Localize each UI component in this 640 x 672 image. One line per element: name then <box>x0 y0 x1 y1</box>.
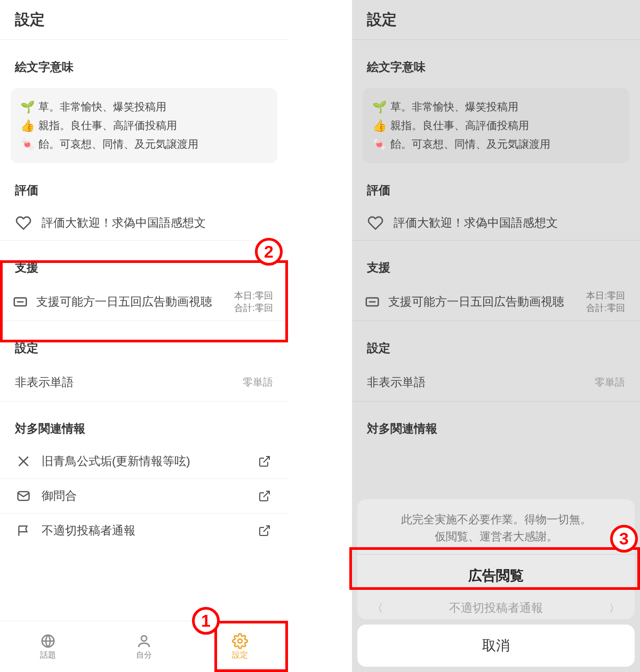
action-sheet-card: 此完全実施不必要作業。得物一切無。 仮閲覧、運営者大感謝。 広告閲覧 〈 不適切… <box>357 499 635 619</box>
x-icon <box>15 453 32 470</box>
support-total: 合計:零回 <box>234 302 273 314</box>
cancel-button[interactable]: 取消 <box>357 625 635 667</box>
hidden-words-count: 零単語 <box>243 375 273 389</box>
emoji-desc: 親指。良仕事、高評価投稿用 <box>390 118 529 133</box>
emoji-meanings-card: 🌱 草。非常愉快、爆笑投稿用 👍 親指。良仕事、高評価投稿用 🍬 飴。可哀想、同… <box>11 88 277 163</box>
support-total: 合計:零回 <box>586 302 625 314</box>
thumbsup-emoji: 👍 <box>372 119 390 133</box>
related-section-title: 対多関連情報 <box>352 402 640 444</box>
settings-screen-right-with-sheet: 設定 絵文字意味 🌱 草。非常愉快、爆笑投稿用 👍 親指。良仕事、高評価投稿用 … <box>352 0 640 672</box>
contact-row[interactable]: 御問合 <box>0 479 288 514</box>
sheet-msg-line2: 仮閲覧、運営者大感謝。 <box>373 528 619 545</box>
report-row[interactable]: 不適切投稿者通報 <box>0 514 288 548</box>
flag-icon <box>15 522 32 539</box>
truncated-report-text: 不適切投稿者通報 <box>449 600 543 616</box>
rating-row[interactable]: 評価大歓迎！求偽中国語感想文 <box>352 206 640 241</box>
emoji-desc: 草。非常愉快、爆笑投稿用 <box>390 100 518 114</box>
support-today: 本日:零回 <box>586 290 625 302</box>
support-section-title: 支援 <box>352 241 640 283</box>
settings-section-title: 設定 <box>0 321 288 364</box>
sheet-msg-line1: 此完全実施不必要作業。得物一切無。 <box>373 511 619 528</box>
emoji-meanings-card: 🌱 草。非常愉快、爆笑投稿用 👍 親指。良仕事、高評価投稿用 🍬 飴。可哀想、同… <box>363 88 629 163</box>
nav-settings[interactable]: 設定 <box>192 621 288 672</box>
emoji-row: 👍 親指。良仕事、高評価投稿用 <box>20 116 268 135</box>
hidden-words-count: 零単語 <box>595 375 625 389</box>
emoji-row: 👍 親指。良仕事、高評価投稿用 <box>372 116 620 135</box>
rating-section-title: 評価 <box>0 163 288 206</box>
contact-text: 御問合 <box>42 488 246 504</box>
settings-screen-left: 設定 絵文字意味 🌱 草。非常愉快、爆笑投稿用 👍 親指。良仕事、高評価投稿用 … <box>0 0 288 672</box>
heart-icon <box>15 214 32 231</box>
emoji-desc: 飴。可哀想、同情、及元気譲渡用 <box>38 137 198 151</box>
page-title: 設定 <box>352 0 640 40</box>
rating-row[interactable]: 評価大歓迎！求偽中国語感想文 <box>0 206 288 241</box>
emoji-desc: 飴。可哀想、同情、及元気譲渡用 <box>390 137 550 151</box>
candy-emoji: 🍬 <box>372 138 390 151</box>
nav-self-label: 自分 <box>136 650 152 660</box>
hidden-words-row[interactable]: 非表示単語 零単語 <box>352 364 640 402</box>
settings-section-title: 設定 <box>352 321 640 364</box>
svg-line-7 <box>263 526 269 532</box>
mail-icon <box>15 487 32 505</box>
heart-icon <box>367 214 384 231</box>
support-row[interactable]: 支援可能方一日五回広告動画視聴 本日:零回 合計:零回 <box>352 283 640 321</box>
rating-text: 評価大歓迎！求偽中国語感想文 <box>394 215 625 231</box>
emoji-desc: 親指。良仕事、高評価投稿用 <box>38 118 177 133</box>
rating-text: 評価大歓迎！求偽中国語感想文 <box>42 215 273 231</box>
hidden-words-row[interactable]: 非表示単語 零単語 <box>0 364 288 402</box>
svg-line-4 <box>263 457 269 462</box>
nav-settings-label: 設定 <box>232 650 248 660</box>
seedling-emoji: 🌱 <box>20 100 38 114</box>
emoji-section-title: 絵文字意味 <box>0 40 288 83</box>
external-link-icon <box>256 522 273 539</box>
report-text: 不適切投稿者通報 <box>42 523 246 539</box>
video-ad-icon <box>364 293 381 310</box>
nav-topics-label: 話題 <box>40 650 56 660</box>
support-text: 支援可能方一日五回広告動画視聴 <box>36 294 227 310</box>
emoji-row: 🌱 草。非常愉快、爆笑投稿用 <box>20 98 268 116</box>
emoji-row: 🍬 飴。可哀想、同情、及元気譲渡用 <box>20 135 268 154</box>
support-section-title: 支援 <box>0 241 288 283</box>
emoji-section-title: 絵文字意味 <box>352 40 640 83</box>
nav-self[interactable]: 自分 <box>96 621 192 672</box>
thumbsup-emoji: 👍 <box>20 119 38 133</box>
hidden-words-label: 非表示単語 <box>367 374 426 390</box>
emoji-desc: 草。非常愉快、爆笑投稿用 <box>38 100 166 114</box>
related-section-title: 対多関連情報 <box>0 402 288 444</box>
action-sheet-message: 此完全実施不必要作業。得物一切無。 仮閲覧、運営者大感謝。 <box>357 499 635 554</box>
pane-gap <box>288 0 352 672</box>
support-meta: 本日:零回 合計:零回 <box>586 290 625 314</box>
twitter-link-text: 旧青鳥公式垢(更新情報等呟) <box>42 453 246 469</box>
candy-emoji: 🍬 <box>20 138 38 151</box>
view-ad-button[interactable]: 広告閲覧 <box>357 554 635 597</box>
emoji-row: 🌱 草。非常愉快、爆笑投稿用 <box>372 98 620 116</box>
support-meta: 本日:零回 合計:零回 <box>234 290 273 314</box>
svg-line-6 <box>263 491 269 497</box>
emoji-row: 🍬 飴。可哀想、同情、及元気譲渡用 <box>372 135 620 154</box>
nav-topics[interactable]: 話題 <box>0 621 96 672</box>
twitter-link-row[interactable]: 旧青鳥公式垢(更新情報等呟) <box>0 444 288 479</box>
support-row[interactable]: 支援可能方一日五回広告動画視聴 本日:零回 合計:零回 <box>0 283 288 321</box>
rating-section-title: 評価 <box>352 163 640 206</box>
svg-point-10 <box>238 639 242 643</box>
page-title: 設定 <box>0 0 288 40</box>
seedling-emoji: 🌱 <box>372 100 390 114</box>
support-today: 本日:零回 <box>234 290 273 302</box>
svg-point-9 <box>141 636 147 641</box>
external-link-icon <box>256 453 273 470</box>
support-text: 支援可能方一日五回広告動画視聴 <box>388 294 579 310</box>
hidden-words-label: 非表示単語 <box>15 374 74 390</box>
external-link-icon <box>256 487 273 505</box>
video-ad-icon <box>12 293 29 310</box>
bottom-nav: 話題 自分 設定 <box>0 621 288 672</box>
truncated-report-row: 〈 不適切投稿者通報 〉 <box>367 597 625 619</box>
action-sheet: 此完全実施不必要作業。得物一切無。 仮閲覧、運営者大感謝。 広告閲覧 〈 不適切… <box>357 499 635 667</box>
